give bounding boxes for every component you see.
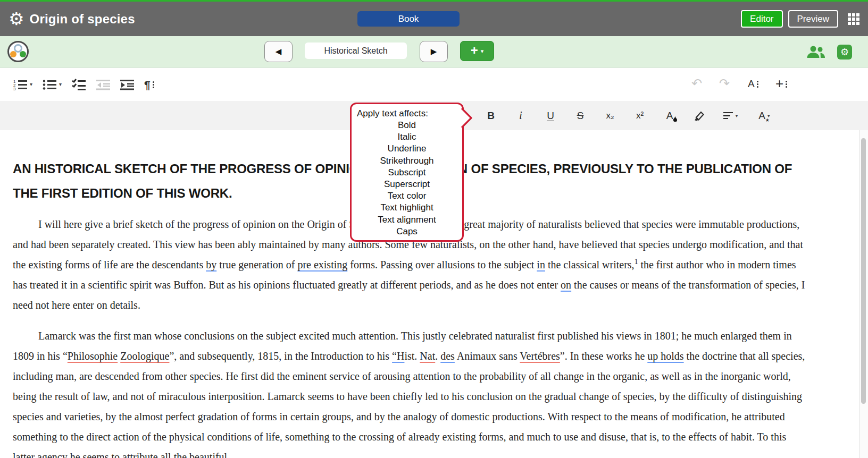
checklist-icon bbox=[72, 79, 86, 90]
users-icon[interactable] bbox=[806, 45, 825, 59]
topbar-actions: Editor Preview bbox=[741, 2, 859, 36]
callout-item: Subscript bbox=[357, 167, 457, 179]
site-title-group: ⚙ Origin of species bbox=[9, 2, 135, 36]
italic-button[interactable]: i bbox=[506, 109, 536, 122]
site-title: Origin of species bbox=[30, 12, 135, 27]
chevron-down-icon: ▾ bbox=[735, 113, 738, 118]
callout-item: Text highlight bbox=[357, 202, 457, 214]
logo-ring bbox=[14, 44, 22, 53]
site-logo[interactable] bbox=[7, 41, 29, 62]
callout-item: Caps bbox=[357, 226, 457, 238]
bullet-list-icon bbox=[43, 79, 57, 90]
bullet-list-button[interactable]: ▾ bbox=[43, 79, 62, 90]
callout-item: Text color bbox=[357, 190, 457, 202]
redo-button[interactable]: ↷ bbox=[719, 77, 730, 90]
callout-arrow-icon bbox=[461, 107, 473, 129]
caps-format-button[interactable]: A★ ▾ bbox=[747, 110, 781, 122]
text-highlight-button[interactable] bbox=[685, 110, 714, 122]
indent-button[interactable] bbox=[120, 79, 134, 90]
chapter-title: Historical Sketch bbox=[324, 46, 387, 56]
plus-icon: + bbox=[775, 77, 783, 90]
plus-icon: + bbox=[471, 44, 478, 57]
droplet-icon bbox=[673, 116, 678, 122]
ordered-list-icon: 1 2 3 bbox=[13, 79, 28, 90]
app: ⚙ Origin of species Book Editor Preview … bbox=[0, 0, 868, 458]
undo-icon: ↶ bbox=[691, 77, 702, 90]
drag-dots-icon bbox=[153, 81, 154, 88]
callout-item: Italic bbox=[357, 131, 457, 143]
underline-button[interactable]: U bbox=[536, 110, 565, 122]
callout-item: Text alignment bbox=[357, 214, 457, 226]
editor-toolbar-row1: 1 2 3 ▾ bbox=[0, 68, 868, 101]
undo-button[interactable]: ↶ bbox=[691, 77, 702, 90]
letter-a-icon: A bbox=[748, 78, 755, 90]
list-tools-group: 1 2 3 ▾ bbox=[13, 68, 154, 101]
callout-title: Apply text affects: bbox=[357, 108, 457, 120]
chapter-settings-icon[interactable]: ⚙ bbox=[837, 45, 852, 60]
editor-button[interactable]: Editor bbox=[741, 10, 782, 28]
gear-icon: ⚙ bbox=[840, 47, 849, 57]
chevron-down-icon: ▾ bbox=[59, 82, 62, 87]
paragraph-marks-button[interactable]: ¶ bbox=[144, 79, 154, 90]
right-arrow-icon: ▶ bbox=[431, 47, 437, 56]
kebab-menu-icon bbox=[803, 79, 805, 89]
star-icon: ★ bbox=[765, 117, 770, 123]
book-button[interactable]: Book bbox=[357, 11, 460, 27]
paragraph: Lamarck was the first man whose conclusi… bbox=[13, 326, 806, 458]
drag-dots-icon bbox=[757, 81, 758, 88]
left-arrow-icon: ◀ bbox=[276, 47, 282, 56]
preview-button[interactable]: Preview bbox=[788, 10, 838, 28]
navbar-actions: ⚙ bbox=[806, 36, 852, 68]
more-options-button[interactable] bbox=[803, 79, 805, 89]
ordered-list-button[interactable]: 1 2 3 ▾ bbox=[13, 79, 32, 90]
scrollbar-track[interactable] bbox=[859, 130, 868, 458]
drag-dots-icon bbox=[786, 81, 787, 88]
text-format-group-button[interactable]: A bbox=[748, 78, 758, 90]
letter-a-icon: A bbox=[666, 110, 673, 122]
settings-gear-icon[interactable]: ⚙ bbox=[9, 10, 24, 28]
scrollbar-thumb[interactable] bbox=[861, 138, 866, 404]
top-bar: ⚙ Origin of species Book Editor Preview bbox=[0, 2, 868, 36]
logo-green-dot bbox=[20, 51, 26, 57]
apps-grid-icon[interactable] bbox=[848, 13, 859, 25]
letter-a-icon: A★ bbox=[758, 110, 765, 122]
align-left-icon bbox=[723, 112, 733, 120]
highlighter-icon bbox=[694, 110, 705, 122]
callout-item: Superscript bbox=[357, 179, 457, 190]
annotation-callout: Apply text affects: BoldItalicUnderlineS… bbox=[350, 103, 464, 242]
text-align-button[interactable]: ▾ bbox=[714, 112, 747, 120]
bold-button[interactable]: B bbox=[476, 110, 506, 122]
callout-item: Underline bbox=[357, 143, 457, 155]
callout-item: Bold bbox=[357, 120, 457, 131]
pilcrow-icon: ¶ bbox=[144, 79, 151, 90]
text-color-button[interactable]: A bbox=[655, 110, 685, 122]
callout-item: Strikethrough bbox=[357, 155, 457, 167]
checklist-button[interactable] bbox=[72, 79, 86, 90]
text-format-icons: B i U S x₂ x² A ▾ A★ ▾ bbox=[476, 101, 781, 130]
indent-icon bbox=[120, 79, 134, 90]
outdent-icon bbox=[96, 79, 110, 90]
next-chapter-button[interactable]: ▶ bbox=[420, 41, 448, 62]
chapter-nav-bar: ◀ Historical Sketch ▶ + ▾ ⚙ bbox=[0, 36, 868, 68]
strikethrough-button[interactable]: S bbox=[565, 110, 595, 122]
svg-text:3: 3 bbox=[13, 87, 16, 90]
chapter-title-field[interactable]: Historical Sketch bbox=[305, 43, 407, 59]
outdent-button[interactable] bbox=[96, 79, 110, 90]
add-chapter-button[interactable]: + ▾ bbox=[460, 41, 494, 61]
callout-item-list: BoldItalicUnderlineStrikethroughSubscrip… bbox=[357, 120, 457, 238]
superscript-button[interactable]: x² bbox=[625, 111, 655, 121]
redo-icon: ↷ bbox=[719, 77, 730, 90]
chevron-down-icon: ▾ bbox=[481, 48, 484, 54]
subscript-button[interactable]: x₂ bbox=[595, 111, 625, 121]
previous-chapter-button[interactable]: ◀ bbox=[264, 41, 293, 62]
insert-group-button[interactable]: + bbox=[775, 78, 787, 90]
chevron-down-icon: ▾ bbox=[30, 82, 32, 87]
